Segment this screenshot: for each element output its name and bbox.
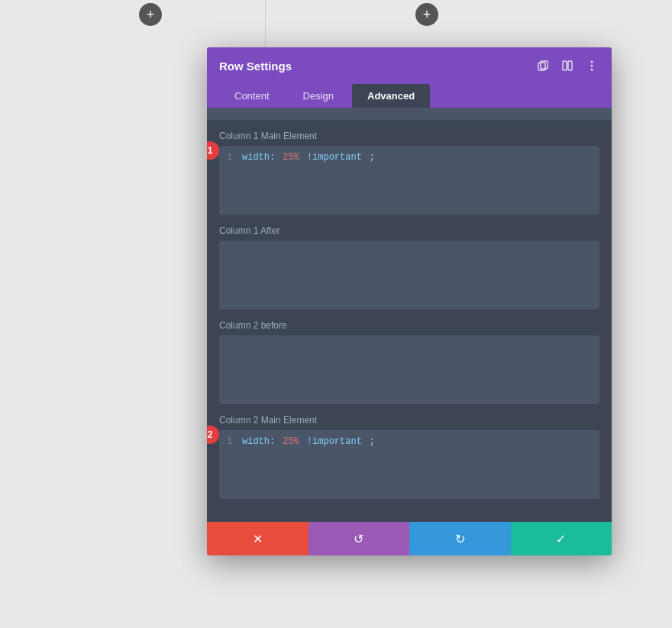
add-column-right-button[interactable]: +	[415, 3, 438, 26]
reset-button[interactable]: ↺	[309, 522, 410, 555]
code-value-2: 25%	[283, 436, 299, 447]
column2-before-label: Column 2 before	[219, 320, 599, 331]
svg-rect-2	[563, 61, 567, 70]
column1-main-label: Column 1 Main Element	[219, 131, 599, 141]
badge-1: 1	[207, 141, 219, 160]
code-value: 25%	[283, 152, 299, 163]
tab-design[interactable]: Design	[288, 84, 349, 108]
code-property: width:	[242, 152, 275, 163]
redo-button[interactable]: ↻	[409, 522, 511, 555]
modal-title: Row Settings	[219, 60, 292, 73]
line-number-2: 1	[227, 436, 234, 447]
modal-body: Column 1 Main Element 1 1 width: 25% !im…	[207, 108, 612, 522]
column1-main-section: 1 1 width: 25% !important;	[219, 146, 599, 215]
more-options-icon[interactable]	[584, 58, 599, 73]
plus-icon: +	[147, 8, 155, 21]
svg-point-4	[591, 61, 593, 63]
column2-main-label: Column 2 Main Element	[219, 415, 599, 426]
line-number: 1	[227, 152, 234, 163]
save-button[interactable]: ✓	[511, 522, 612, 555]
column-divider	[265, 0, 266, 46]
cancel-icon: ✕	[253, 532, 263, 546]
column1-after-label: Column 1 After	[219, 225, 599, 236]
columns-icon[interactable]	[560, 58, 575, 73]
code-line-2: 1 width: 25% !important;	[227, 436, 592, 447]
modal-footer: ✕ ↺ ↻ ✓	[207, 522, 612, 555]
svg-rect-3	[568, 61, 572, 70]
code-semicolon: ;	[370, 152, 375, 163]
badge-2: 2	[207, 426, 219, 444]
code-semicolon-2: ;	[370, 436, 375, 447]
column2-before-editor[interactable]	[219, 335, 599, 404]
top-strip	[207, 108, 612, 120]
code-property-2: width:	[242, 436, 275, 447]
modal-header: Row Settings	[207, 47, 612, 84]
tab-advanced[interactable]: Advanced	[352, 84, 430, 108]
svg-point-6	[591, 69, 593, 71]
column1-main-editor[interactable]: 1 width: 25% !important;	[219, 146, 599, 215]
header-icons	[535, 58, 599, 73]
code-important: !important	[307, 152, 362, 163]
reset-icon: ↺	[354, 532, 363, 546]
column2-main-section: 2 1 width: 25% !important;	[219, 430, 599, 499]
redo-icon: ↻	[455, 532, 465, 546]
code-line-1: 1 width: 25% !important;	[227, 152, 592, 163]
column2-main-editor[interactable]: 1 width: 25% !important;	[219, 430, 599, 499]
cancel-button[interactable]: ✕	[207, 522, 309, 555]
save-icon: ✓	[556, 532, 566, 546]
copy-icon[interactable]	[535, 58, 551, 73]
tab-content[interactable]: Content	[219, 84, 285, 108]
add-column-left-button[interactable]: +	[139, 3, 162, 26]
column1-after-editor[interactable]	[219, 241, 599, 309]
row-settings-modal: Row Settings	[207, 47, 612, 555]
svg-point-5	[591, 65, 593, 67]
tabs-bar: Content Design Advanced	[207, 84, 612, 108]
plus-icon: +	[423, 8, 431, 21]
code-important-2: !important	[307, 436, 362, 447]
